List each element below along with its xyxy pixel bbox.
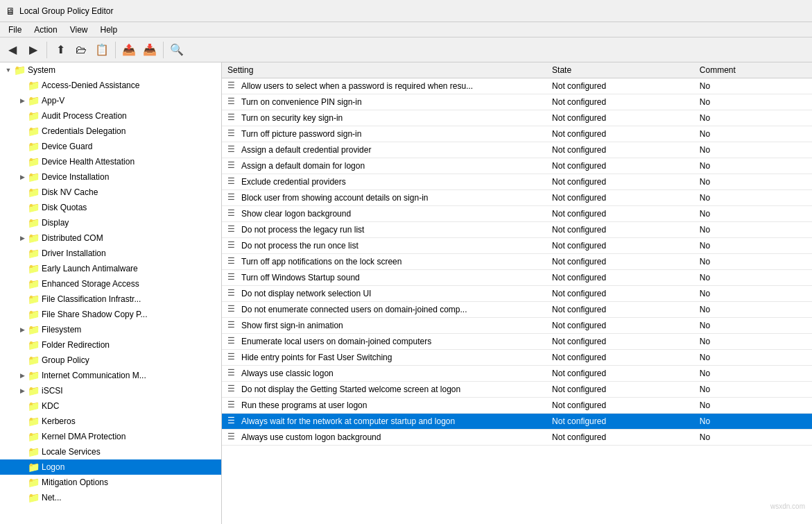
tree-item[interactable]: ▶📁Filesystem [0, 322, 221, 337]
expand-icon[interactable]: ▶ [17, 171, 28, 183]
tree-item-label: Display [42, 218, 69, 228]
expand-icon[interactable]: ▶ [17, 95, 28, 106]
table-row[interactable]: ☰Do not process the run once listNot con… [222, 238, 812, 254]
tree-item[interactable]: 📁Folder Redirection [0, 337, 221, 353]
table-row[interactable]: ☰Assign a default domain for logonNot co… [222, 158, 812, 174]
table-row[interactable]: ☰Always use custom logon backgroundNot c… [222, 430, 812, 446]
table-row[interactable]: ☰Allow users to select when a password i… [222, 78, 812, 94]
table-row[interactable]: ☰Do not enumerate connected users on dom… [222, 302, 812, 318]
tree-item[interactable]: 📁File Share Shadow Copy P... [0, 307, 221, 322]
expand-icon[interactable]: ▶ [17, 233, 28, 244]
menu-item-view[interactable]: View [64, 24, 94, 36]
tree-item[interactable]: ▶📁Distributed COM [0, 230, 221, 246]
tree-item[interactable]: 📁Early Launch Antimalware [0, 261, 221, 276]
tree-panel[interactable]: ▼📁System📁Access-Denied Assistance▶📁App-V… [0, 62, 222, 524]
new-window-button[interactable]: 📋 [92, 40, 112, 60]
tree-item[interactable]: ▶📁App-V [0, 93, 221, 108]
table-row[interactable]: ☰Always wait for the network at computer… [222, 414, 812, 430]
table-row[interactable]: ☰Show first sign-in animationNot configu… [222, 318, 812, 334]
table-row[interactable]: ☰Block user from showing account details… [222, 190, 812, 206]
expand-icon[interactable] [17, 187, 28, 198]
tree-item[interactable]: 📁Logon [0, 459, 221, 475]
menu-item-help[interactable]: Help [95, 24, 123, 36]
table-row[interactable]: ☰Do not display the Getting Started welc… [222, 382, 812, 398]
tree-item[interactable]: 📁Mitigation Options [0, 475, 221, 490]
expand-icon[interactable] [17, 462, 28, 473]
settings-panel[interactable]: Setting State Comment ☰Allow users to se… [222, 62, 812, 524]
show-hide-button[interactable]: 🗁 [71, 40, 91, 60]
expand-icon[interactable] [17, 431, 28, 442]
expand-icon[interactable] [17, 126, 28, 137]
table-row[interactable]: ☰Run these programs at user logonNot con… [222, 398, 812, 414]
tree-item[interactable]: ▶📁iSCSI [0, 383, 221, 398]
expand-icon[interactable] [17, 492, 28, 503]
col-header-state[interactable]: State [546, 62, 694, 78]
tree-item[interactable]: 📁Device Health Attestation [0, 154, 221, 169]
tree-item[interactable]: 📁Group Policy [0, 353, 221, 368]
expand-icon[interactable] [17, 416, 28, 427]
tree-item[interactable]: 📁Disk NV Cache [0, 185, 221, 200]
tree-item[interactable]: 📁Locale Services [0, 444, 221, 459]
expand-icon[interactable] [17, 309, 28, 320]
expand-icon[interactable] [17, 355, 28, 366]
table-row[interactable]: ☰Turn off Windows Startup soundNot confi… [222, 270, 812, 286]
tree-item[interactable]: 📁Driver Installation [0, 246, 221, 261]
expand-icon[interactable] [17, 278, 28, 289]
menu-item-action[interactable]: Action [28, 24, 62, 36]
expand-icon[interactable] [17, 110, 28, 121]
tree-item[interactable]: 📁Credentials Delegation [0, 124, 221, 139]
expand-icon[interactable] [17, 446, 28, 457]
table-row[interactable]: ☰Do not display network selection UINot … [222, 286, 812, 302]
expand-icon[interactable]: ▶ [17, 385, 28, 396]
export-button[interactable]: 📤 [119, 40, 139, 60]
tree-item[interactable]: 📁Net... [0, 490, 221, 505]
setting-name: Do not display the Getting Started welco… [241, 384, 460, 394]
col-header-setting[interactable]: Setting [222, 62, 546, 78]
tree-item[interactable]: 📁File Classification Infrastr... [0, 291, 221, 307]
table-row[interactable]: ☰Show clear logon backgroundNot configur… [222, 206, 812, 222]
expand-icon[interactable] [17, 248, 28, 259]
tree-item[interactable]: 📁Device Guard [0, 139, 221, 154]
table-row[interactable]: ☰Hide entry points for Fast User Switchi… [222, 350, 812, 366]
tree-item[interactable]: 📁Display [0, 215, 221, 230]
expand-icon[interactable] [17, 263, 28, 274]
import-button[interactable]: 📥 [140, 40, 159, 60]
tree-item[interactable]: 📁Access-Denied Assistance [0, 78, 221, 93]
menu-item-file[interactable]: File [3, 24, 27, 36]
table-row[interactable]: ☰Turn off picture password sign-inNot co… [222, 126, 812, 142]
expand-icon[interactable] [17, 202, 28, 213]
table-row[interactable]: ☰Turn on security key sign-inNot configu… [222, 110, 812, 126]
table-row[interactable]: ☰Enumerate local users on domain-joined … [222, 334, 812, 350]
table-row[interactable]: ☰Do not process the legacy run listNot c… [222, 222, 812, 238]
expand-icon[interactable]: ▶ [17, 370, 28, 381]
tree-item[interactable]: 📁Kerberos [0, 414, 221, 429]
tree-item[interactable]: 📁Enhanced Storage Access [0, 276, 221, 291]
tree-item[interactable]: ▼📁System [0, 62, 221, 78]
forward-button[interactable]: ▶ [24, 40, 43, 60]
table-row[interactable]: ☰Turn on convenience PIN sign-inNot conf… [222, 94, 812, 110]
tree-item[interactable]: 📁Disk Quotas [0, 200, 221, 215]
expand-icon[interactable] [17, 400, 28, 412]
expand-icon[interactable] [17, 80, 28, 91]
expand-icon[interactable] [17, 339, 28, 350]
tree-item[interactable]: ▶📁Internet Communication M... [0, 368, 221, 383]
back-button[interactable]: ◀ [3, 40, 22, 60]
expand-icon[interactable] [17, 141, 28, 152]
expand-icon[interactable] [17, 294, 28, 305]
table-row[interactable]: ☰Always use classic logonNot configuredN… [222, 366, 812, 382]
table-row[interactable]: ☰Exclude credential providersNot configu… [222, 174, 812, 190]
expand-icon[interactable] [17, 156, 28, 167]
tree-item[interactable]: 📁Kernel DMA Protection [0, 429, 221, 444]
tree-item[interactable]: 📁Audit Process Creation [0, 108, 221, 124]
table-row[interactable]: ☰Assign a default credential providerNot… [222, 142, 812, 158]
col-header-comment[interactable]: Comment [694, 62, 812, 78]
up-button[interactable]: ⬆ [51, 40, 70, 60]
tree-item[interactable]: ▶📁Device Installation [0, 169, 221, 185]
expand-icon[interactable]: ▶ [17, 324, 28, 335]
expand-icon[interactable] [17, 477, 28, 488]
table-row[interactable]: ☰Turn off app notifications on the lock … [222, 254, 812, 270]
tree-item[interactable]: 📁KDC [0, 398, 221, 414]
expand-icon[interactable]: ▼ [3, 65, 14, 76]
expand-icon[interactable] [17, 217, 28, 228]
filter-button[interactable]: 🔍 [167, 40, 187, 60]
